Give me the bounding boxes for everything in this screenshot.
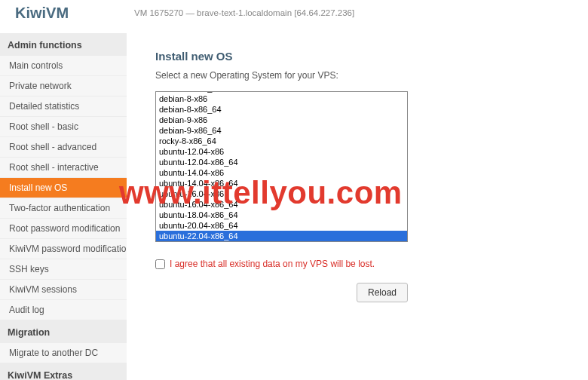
os-option[interactable]: ubuntu-22.04-x86_64 — [156, 231, 407, 241]
os-option[interactable]: debian-9-x86 — [156, 115, 407, 125]
os-option[interactable]: debian-8-x86 — [156, 93, 407, 104]
os-option[interactable]: ubuntu-20.04-x86_64 — [156, 220, 407, 231]
sidebar-item[interactable]: Root shell - basic — [0, 117, 127, 137]
agree-checkbox[interactable] — [155, 259, 165, 269]
sidebar-item[interactable]: KiwiVM password modification — [0, 239, 127, 259]
os-select-listbox[interactable]: debian-7-x86_64debian-8-x86debian-8-x86_… — [155, 91, 408, 242]
vm-info-text: VM 1675270 — brave-text-1.localdomain [6… — [134, 8, 354, 17]
os-option[interactable]: ubuntu-12.04-x86_64 — [156, 157, 407, 167]
sidebar-header: Admin functions — [0, 33, 127, 56]
os-option[interactable]: ubuntu-18.04-x86_64 — [156, 210, 407, 220]
sidebar-item[interactable]: Detailed statistics — [0, 97, 127, 117]
sidebar-item[interactable]: Install new OS — [0, 178, 127, 198]
os-option[interactable]: ubuntu-14.04-x86_64 — [156, 178, 407, 188]
sidebar: Admin functionsMain controlsPrivate netw… — [0, 33, 127, 380]
os-option[interactable]: rocky-8-x86_64 — [156, 136, 407, 146]
os-option[interactable]: debian-9-x86_64 — [156, 125, 407, 136]
sidebar-item[interactable]: Main controls — [0, 56, 127, 76]
sidebar-item[interactable]: Migrate to another DC — [0, 343, 127, 363]
sidebar-header: Migration — [0, 320, 127, 343]
os-option[interactable]: debian-8-x86_64 — [156, 104, 407, 115]
page-title: Install new OS — [155, 50, 565, 63]
brand-logo: KiwiVM — [15, 5, 134, 22]
content-area: Install new OS Select a new Operating Sy… — [127, 33, 588, 380]
instruction-text: Select a new Operating System for your V… — [155, 70, 565, 81]
sidebar-item[interactable]: Audit log — [0, 300, 127, 320]
sidebar-item[interactable]: SSH keys — [0, 259, 127, 280]
os-option[interactable]: ubuntu-16.04-x86_64 — [156, 199, 407, 210]
sidebar-item[interactable]: KiwiVM sessions — [0, 280, 127, 300]
sidebar-item[interactable]: Root shell - advanced — [0, 137, 127, 158]
sidebar-item[interactable]: Root password modification — [0, 219, 127, 239]
os-option[interactable]: ubuntu-16.04-x86 — [156, 188, 407, 199]
sidebar-item[interactable]: Two-factor authentication — [0, 198, 127, 219]
sidebar-item[interactable]: Private network — [0, 76, 127, 97]
agree-label: I agree that all existing data on my VPS… — [170, 259, 375, 269]
sidebar-header: KiwiVM Extras — [0, 363, 127, 380]
sidebar-item[interactable]: Root shell - interactive — [0, 158, 127, 178]
os-option[interactable]: ubuntu-12.04-x86 — [156, 146, 407, 157]
reload-button[interactable]: Reload — [357, 283, 408, 302]
os-option[interactable]: ubuntu-14.04-x86 — [156, 167, 407, 178]
